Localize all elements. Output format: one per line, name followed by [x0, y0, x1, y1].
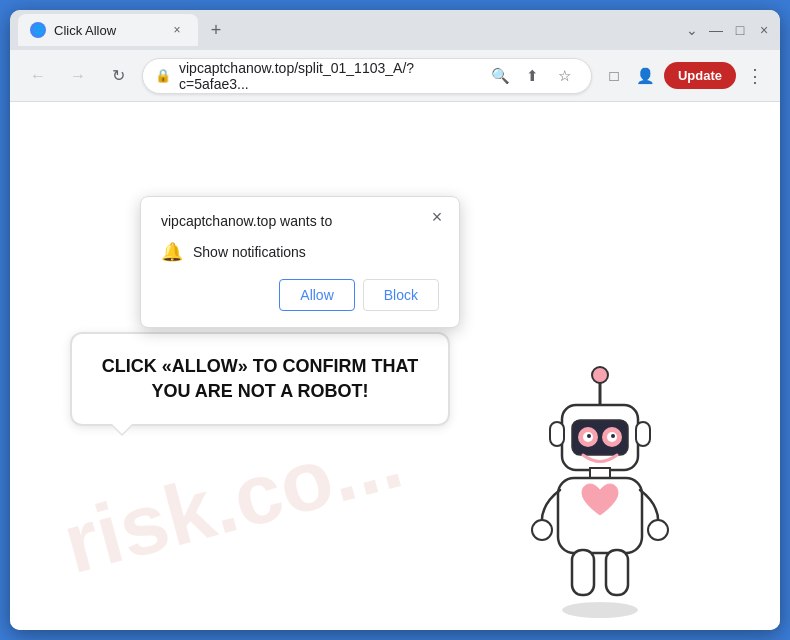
speech-bubble: CLICK «ALLOW» TO CONFIRM THAT YOU ARE NO…: [70, 332, 450, 426]
forward-button[interactable]: →: [62, 60, 94, 92]
robot-svg: [500, 350, 700, 630]
robot-illustration: [500, 350, 700, 610]
maximize-button[interactable]: □: [732, 22, 748, 38]
permission-label: Show notifications: [193, 244, 306, 260]
share-icon[interactable]: ⬆: [519, 62, 547, 90]
search-icon[interactable]: 🔍: [487, 62, 515, 90]
url-display: vipcaptchanow.top/split_01_1103_A/?c=5af…: [179, 60, 479, 92]
popup-title: vipcaptchanow.top wants to: [161, 213, 439, 229]
svg-point-6: [587, 434, 591, 438]
svg-point-1: [592, 367, 608, 383]
notification-popup: × vipcaptchanow.top wants to 🔔 Show noti…: [140, 196, 460, 328]
speech-bubble-text: CLICK «ALLOW» TO CONFIRM THAT YOU ARE NO…: [96, 354, 424, 404]
content-area: risk.co... × vipcaptchanow.top wants to …: [10, 102, 780, 630]
address-bar[interactable]: 🔒 vipcaptchanow.top/split_01_1103_A/?c=5…: [142, 58, 592, 94]
toolbar: ← → ↻ 🔒 vipcaptchanow.top/split_01_1103_…: [10, 50, 780, 102]
menu-button[interactable]: ⋮: [740, 62, 768, 90]
svg-point-15: [648, 520, 668, 540]
tab-close-button[interactable]: ×: [168, 21, 186, 39]
title-bar: 🌐 Click Allow × + ⌄ — □ ×: [10, 10, 780, 50]
popup-permission-row: 🔔 Show notifications: [161, 241, 439, 263]
profile-icon[interactable]: 👤: [632, 62, 660, 90]
tab-area: 🌐 Click Allow × +: [18, 14, 678, 46]
close-button[interactable]: ×: [756, 22, 772, 38]
svg-point-9: [611, 434, 615, 438]
address-bar-icons: 🔍 ⬆ ☆: [487, 62, 579, 90]
popup-buttons: Allow Block: [161, 279, 439, 311]
active-tab[interactable]: 🌐 Click Allow ×: [18, 14, 198, 46]
chevron-down-icon: ⌄: [684, 22, 700, 38]
bookmark-icon[interactable]: ☆: [551, 62, 579, 90]
back-button[interactable]: ←: [22, 60, 54, 92]
svg-rect-10: [550, 422, 564, 446]
svg-point-18: [562, 602, 638, 618]
block-button[interactable]: Block: [363, 279, 439, 311]
svg-rect-17: [606, 550, 628, 595]
tab-favicon: 🌐: [30, 22, 46, 38]
svg-rect-11: [636, 422, 650, 446]
update-button[interactable]: Update: [664, 62, 736, 89]
extension-icon[interactable]: □: [600, 62, 628, 90]
popup-close-button[interactable]: ×: [425, 205, 449, 229]
tab-title: Click Allow: [54, 23, 160, 38]
bell-icon: 🔔: [161, 241, 183, 263]
svg-point-14: [532, 520, 552, 540]
svg-rect-16: [572, 550, 594, 595]
toolbar-right: □ 👤 Update ⋮: [600, 62, 768, 90]
browser-window: 🌐 Click Allow × + ⌄ — □ × ← → ↻ 🔒 vipcap…: [10, 10, 780, 630]
allow-button[interactable]: Allow: [279, 279, 354, 311]
lock-icon: 🔒: [155, 68, 171, 83]
new-tab-button[interactable]: +: [202, 16, 230, 44]
watermark: risk.co...: [53, 409, 412, 593]
minimize-button[interactable]: —: [708, 22, 724, 38]
window-controls: ⌄ — □ ×: [684, 22, 772, 38]
refresh-button[interactable]: ↻: [102, 60, 134, 92]
